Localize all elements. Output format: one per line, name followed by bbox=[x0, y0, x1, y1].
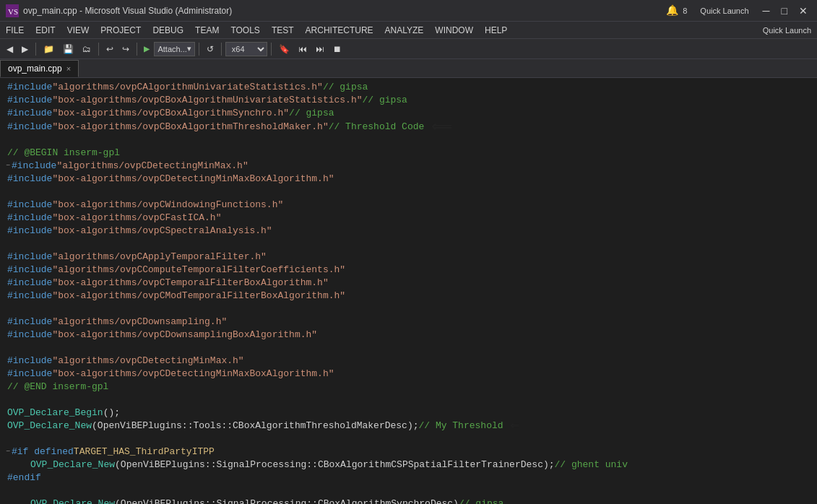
code-token: #include bbox=[7, 199, 52, 212]
toolbar-undo2[interactable]: ↩ bbox=[103, 43, 117, 56]
tab-close-btn[interactable]: × bbox=[66, 64, 71, 73]
collapse-icon[interactable]: − bbox=[6, 446, 10, 459]
toolbar-play[interactable]: ▶ bbox=[141, 41, 152, 56]
code-line: −#include "algorithms/ovpCDetectingMinMa… bbox=[0, 160, 817, 173]
code-token: (OpenViBEPlugins::Tools::CBoxAlgorithmTh… bbox=[92, 420, 418, 433]
menu-architecture[interactable]: ARCHITECTURE bbox=[300, 23, 379, 38]
menu-debug[interactable]: DEBUG bbox=[147, 23, 189, 38]
code-token: // ghent univ bbox=[555, 459, 628, 472]
code-token: // My Threshold bbox=[419, 420, 503, 433]
toolbar-sep2 bbox=[98, 43, 99, 56]
toolbar-debug-prev[interactable]: ⏮ bbox=[295, 43, 311, 56]
minimize-btn[interactable]: ─ bbox=[759, 4, 774, 18]
code-line: #include "box-algorithms/ovpCBoxAlgorith… bbox=[0, 107, 817, 120]
code-token: #include bbox=[7, 107, 52, 120]
tab-ovp-main[interactable]: ovp_main.cpp × bbox=[0, 60, 79, 77]
toolbar-sep3 bbox=[137, 43, 137, 56]
toolbar-refresh[interactable]: ↺ bbox=[203, 43, 217, 56]
code-line bbox=[0, 485, 817, 498]
code-line: // @BEGIN inserm-gpl bbox=[0, 147, 817, 160]
toolbar-sep5 bbox=[221, 43, 222, 56]
code-line: OVP_Declare_New(OpenViBEPlugins::SignalP… bbox=[0, 498, 817, 504]
code-line: #include "algorithms/ovpCDetectingMinMax… bbox=[0, 355, 817, 368]
toolbar-open-folder[interactable]: 📁 bbox=[40, 43, 58, 56]
menu-test[interactable]: TEST bbox=[266, 23, 300, 38]
menu-view[interactable]: VIEW bbox=[61, 23, 95, 38]
toolbar-sep1 bbox=[35, 43, 36, 56]
code-line: #include "box-algorithms/ovpCSpectralAna… bbox=[0, 225, 817, 238]
notification-icon[interactable]: 🔔 bbox=[666, 4, 678, 17]
menu-project[interactable]: PROJECT bbox=[95, 23, 147, 38]
code-line: #include "algorithms/ovpCAlgorithmUnivar… bbox=[0, 81, 817, 94]
code-token: "box-algorithms/ovpCSpectralAnalysis.h" bbox=[52, 225, 272, 238]
code-line: // @END inserm-gpl bbox=[0, 381, 817, 394]
toolbar-save[interactable]: 💾 bbox=[59, 43, 77, 56]
toolbar-bookmark[interactable]: 🔖 bbox=[275, 43, 293, 56]
code-token: "box-algorithms/ovpCTemporalFilterBoxAlg… bbox=[52, 277, 328, 290]
platform-dropdown[interactable]: x64 x86 bbox=[225, 42, 267, 56]
maximize-btn[interactable]: □ bbox=[778, 4, 791, 18]
toolbar: ◀ ▶ 📁 💾 🗂 ↩ ↪ ▶ Attach... ▾ ↺ x64 x86 🔖 … bbox=[0, 39, 817, 59]
quick-launch-input[interactable]: Quick Launch bbox=[757, 25, 817, 36]
code-line: #include "box-algorithms/ovpCWindowingFu… bbox=[0, 199, 817, 212]
code-token: "box-algorithms/ovpCBoxAlgorithmSynchro.… bbox=[52, 107, 289, 120]
menu-team[interactable]: TEAM bbox=[189, 23, 225, 38]
code-area[interactable]: #include "algorithms/ovpCAlgorithmUnivar… bbox=[0, 78, 817, 504]
code-token: TARGET_HAS_ThirdPartyITPP bbox=[74, 446, 215, 459]
code-line: #include "algorithms/ovpCDownsampling.h" bbox=[0, 316, 817, 329]
arrow-icon: ⟸ bbox=[431, 120, 452, 134]
code-token: #include bbox=[7, 355, 52, 368]
code-token: // gipsa bbox=[459, 498, 503, 504]
title-bar: VS ovp_main.cpp - Microsoft Visual Studi… bbox=[0, 0, 817, 22]
code-token: #include bbox=[7, 212, 52, 225]
code-token: #include bbox=[7, 277, 52, 290]
toolbar-debug-next[interactable]: ⏭ bbox=[312, 43, 328, 56]
code-token: "box-algorithms/ovpCDownsamplingBoxAlgor… bbox=[52, 329, 317, 342]
menu-file[interactable]: FILE bbox=[0, 23, 30, 38]
code-line bbox=[0, 238, 817, 251]
toolbar-redo2[interactable]: ↪ bbox=[118, 43, 133, 56]
toolbar-save-all[interactable]: 🗂 bbox=[79, 43, 95, 56]
collapse-icon[interactable]: − bbox=[6, 160, 10, 173]
code-line bbox=[0, 433, 817, 446]
code-line: #include "box-algorithms/ovpCTemporalFil… bbox=[0, 277, 817, 290]
code-token: "box-algorithms/ovpCBoxAlgorithmUnivaria… bbox=[52, 94, 362, 107]
toolbar-sep6 bbox=[271, 43, 272, 56]
code-token: "box-algorithms/ovpCFastICA.h" bbox=[52, 212, 221, 225]
code-token: #include bbox=[12, 160, 56, 173]
code-token: (); bbox=[103, 407, 120, 420]
code-token: // @END inserm-gpl bbox=[7, 381, 108, 394]
menu-edit[interactable]: EDIT bbox=[30, 23, 61, 38]
code-token: (OpenViBEPlugins::SignalProcessing::CBox… bbox=[115, 498, 459, 504]
code-line: #include "algorithms/ovpCComputeTemporal… bbox=[0, 264, 817, 277]
close-btn[interactable]: ✕ bbox=[795, 4, 811, 18]
code-token: #include bbox=[7, 290, 52, 303]
code-token: // Threshold Code bbox=[329, 121, 425, 134]
menu-analyze[interactable]: ANALYZE bbox=[379, 23, 430, 38]
attach-button[interactable]: Attach... ▾ bbox=[154, 42, 194, 56]
code-token: #include bbox=[7, 225, 52, 238]
vs-icon: VS bbox=[6, 4, 19, 17]
code-container: #include "algorithms/ovpCAlgorithmUnivar… bbox=[0, 78, 817, 504]
code-line bbox=[0, 342, 817, 355]
code-line: #include "box-algorithms/ovpCModTemporal… bbox=[0, 290, 817, 303]
tab-bar: ovp_main.cpp × bbox=[0, 59, 817, 78]
toolbar-sep4 bbox=[199, 43, 199, 56]
svg-text:VS: VS bbox=[8, 7, 18, 16]
code-token: OVP_Declare_New bbox=[30, 459, 115, 472]
code-line: #include "box-algorithms/ovpCDownsamplin… bbox=[0, 329, 817, 342]
toolbar-undo[interactable]: ◀ bbox=[3, 43, 17, 56]
code-token: "box-algorithms/ovpCWindowingFunctions.h… bbox=[52, 199, 283, 212]
menu-window[interactable]: WINDOW bbox=[429, 23, 479, 38]
toolbar-redo[interactable]: ▶ bbox=[18, 43, 32, 56]
toolbar-debug-stop[interactable]: ⏹ bbox=[329, 43, 345, 56]
code-token: "box-algorithms/ovpCDetectingMinMaxBoxAl… bbox=[52, 368, 334, 381]
menu-tools[interactable]: TOOLS bbox=[225, 23, 265, 38]
menu-help[interactable]: HELP bbox=[479, 23, 513, 38]
code-token: "box-algorithms/ovpCBoxAlgorithmThreshol… bbox=[52, 121, 328, 134]
code-line: OVP_Declare_New(OpenViBEPlugins::SignalP… bbox=[0, 459, 817, 472]
arrow2-icon: ⇐ bbox=[511, 420, 519, 433]
menu-bar: FILE EDIT VIEW PROJECT DEBUG TEAM TOOLS … bbox=[0, 22, 817, 39]
quick-launch-label[interactable]: Quick Launch bbox=[700, 6, 748, 15]
code-line: #include "box-algorithms/ovpCFastICA.h" bbox=[0, 212, 817, 225]
